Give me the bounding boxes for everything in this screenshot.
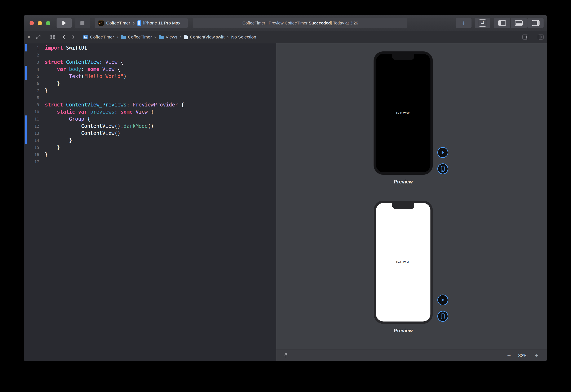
breadcrumb-item-folder-coffeetimer[interactable]: CoffeeTimer <box>121 35 152 40</box>
build-status-display: CoffeeTimer | Preview CoffeeTimer: Succe… <box>193 18 407 28</box>
chevron-separator-icon: › <box>117 35 118 40</box>
line-number: 1 <box>24 44 45 52</box>
breadcrumb-item-selection[interactable]: No Selection <box>231 35 256 40</box>
code-line[interactable]: } <box>45 80 276 87</box>
code-line[interactable]: Text("Hello World") <box>45 73 276 80</box>
line-number: 17 <box>24 158 45 165</box>
line-number: 4 <box>24 66 45 73</box>
breadcrumb-item-file[interactable]: ContentView.swift <box>184 35 224 40</box>
zoom-level: 32% <box>514 353 532 358</box>
code-line[interactable]: import SwiftUI <box>45 44 276 52</box>
preview-on-device-button[interactable] <box>437 311 448 322</box>
code-line[interactable]: struct ContentView_Previews: PreviewProv… <box>45 101 276 108</box>
bottom-panel-icon <box>515 20 523 26</box>
back-button[interactable] <box>60 33 67 41</box>
close-icon: × <box>27 34 31 40</box>
zoom-window-button[interactable] <box>46 21 50 25</box>
preview-label[interactable]: Preview <box>374 328 433 334</box>
close-editor-button[interactable]: × <box>25 33 32 41</box>
code-review-button[interactable]: ⇄ <box>475 18 490 28</box>
live-preview-button[interactable] <box>437 147 448 158</box>
line-number: 8 <box>24 94 45 101</box>
breadcrumb-item-folder-views[interactable]: Views <box>159 35 177 40</box>
debug-area-toggle-button[interactable] <box>511 18 527 28</box>
chevron-left-icon <box>62 34 66 40</box>
focus-arrows-icon <box>36 34 41 40</box>
preview-on-device-button[interactable] <box>437 163 448 174</box>
code-line[interactable]: } <box>45 137 276 144</box>
code-line[interactable]: static var previews: some View { <box>45 108 276 115</box>
status-text-result: Succeeded <box>309 21 331 26</box>
line-number: 3 <box>24 58 45 66</box>
forward-button[interactable] <box>70 33 77 41</box>
zoom-out-button[interactable]: − <box>504 352 514 359</box>
line-number: 11 <box>24 115 45 123</box>
pin-button[interactable] <box>283 353 289 358</box>
library-button[interactable]: + <box>456 18 471 28</box>
stop-icon <box>80 21 84 25</box>
related-items-button[interactable] <box>49 33 56 41</box>
iphone-notch <box>392 203 414 209</box>
breadcrumb: CoffeeTimer › CoffeeTimer › Views › Cont… <box>83 35 256 40</box>
line-number: 7 <box>24 87 45 94</box>
play-icon <box>441 150 445 155</box>
line-number: 14 <box>24 137 45 144</box>
code-line[interactable]: } <box>45 87 276 94</box>
project-icon <box>83 35 88 40</box>
toolbar: CoffeeTimer › iPhone 11 Pro Max CoffeeTi… <box>24 15 547 31</box>
code-line[interactable]: struct ContentView: View { <box>45 58 276 66</box>
code-line[interactable] <box>45 52 276 58</box>
swift-file-icon <box>184 35 188 40</box>
code-line[interactable]: } <box>45 151 276 158</box>
iphone-icon <box>137 20 141 26</box>
breadcrumb-item-project[interactable]: CoffeeTimer <box>83 35 114 40</box>
breadcrumb-label: ContentView.swift <box>190 35 224 40</box>
code-line[interactable]: ContentView().darkMode() <box>45 123 276 130</box>
device-icon <box>441 313 445 319</box>
add-editor-button[interactable] <box>537 33 544 41</box>
preview-canvas: Hello World Preview Hello World Preview <box>276 43 547 361</box>
close-window-button[interactable] <box>30 21 34 25</box>
editor-options-button[interactable] <box>522 33 529 41</box>
line-number: 9 <box>24 101 45 108</box>
chevron-right-icon <box>71 34 75 40</box>
minimize-window-button[interactable] <box>38 21 42 25</box>
swap-arrows-icon: ⇄ <box>479 19 486 27</box>
preview-label[interactable]: Preview <box>374 179 433 185</box>
enlarge-editor-button[interactable] <box>35 33 42 41</box>
editor-options-icon <box>522 35 528 40</box>
line-number: 10 <box>24 108 45 115</box>
scheme-device-name: iPhone 11 Pro Max <box>143 20 180 26</box>
code-area[interactable]: import SwiftUIstruct ContentView: View {… <box>45 44 276 361</box>
stop-button[interactable] <box>75 18 90 28</box>
live-preview-button[interactable] <box>437 294 448 305</box>
chevron-separator-icon: › <box>227 35 229 40</box>
code-line[interactable] <box>45 158 276 165</box>
line-number: 2 <box>24 52 45 58</box>
navigator-toggle-button[interactable] <box>494 18 510 28</box>
code-line[interactable]: var body: some View { <box>45 66 276 73</box>
iphone-screen-dark: Hello World <box>376 54 430 172</box>
scheme-app-name: CoffeeTimer <box>106 20 130 26</box>
iphone-preview-dark[interactable]: Hello World <box>374 52 433 175</box>
source-editor[interactable]: 1234567891011121314151617 import SwiftUI… <box>24 43 276 361</box>
iphone-screen-light: Hello World <box>376 203 430 322</box>
left-panel-icon <box>498 20 506 26</box>
code-line[interactable]: ContentView() <box>45 130 276 137</box>
grid-icon <box>50 35 55 40</box>
iphone-preview-light[interactable]: Hello World <box>374 201 433 324</box>
code-line[interactable]: } <box>45 144 276 151</box>
scheme-selector[interactable]: CoffeeTimer › iPhone 11 Pro Max <box>95 18 188 28</box>
breadcrumb-label: CoffeeTimer <box>90 35 114 40</box>
run-button[interactable] <box>57 18 72 28</box>
inspector-toggle-button[interactable] <box>527 18 543 28</box>
jump-bar: × CoffeeTimer › CoffeeTimer › <box>24 31 547 43</box>
hello-world-text: Hello World <box>396 261 410 264</box>
code-line[interactable] <box>45 94 276 101</box>
hello-world-text: Hello World <box>396 112 410 115</box>
chevron-separator-icon: › <box>180 35 181 40</box>
zoom-in-button[interactable]: + <box>532 352 541 359</box>
line-number: 15 <box>24 144 45 151</box>
code-line[interactable]: Group { <box>45 115 276 123</box>
line-number: 16 <box>24 151 45 158</box>
